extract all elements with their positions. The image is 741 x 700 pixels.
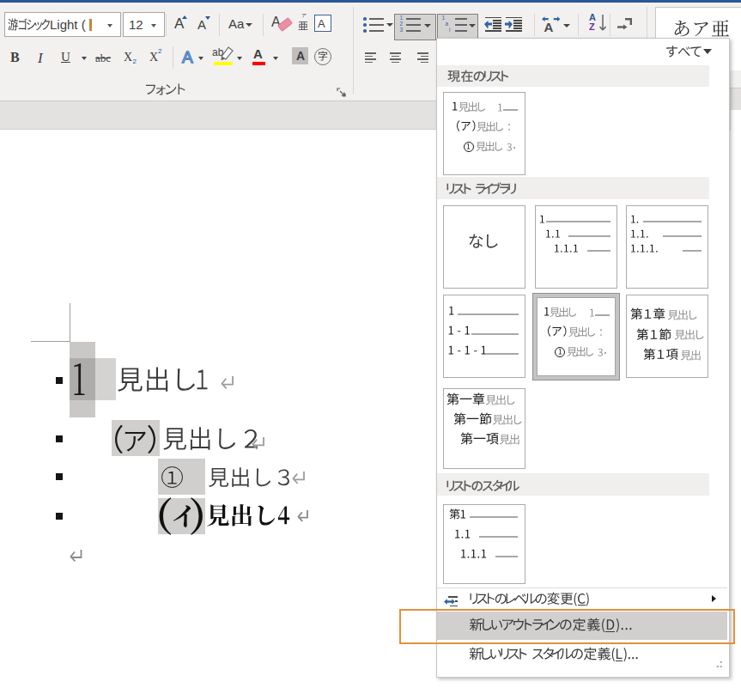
- svg-text:A: A: [182, 48, 193, 66]
